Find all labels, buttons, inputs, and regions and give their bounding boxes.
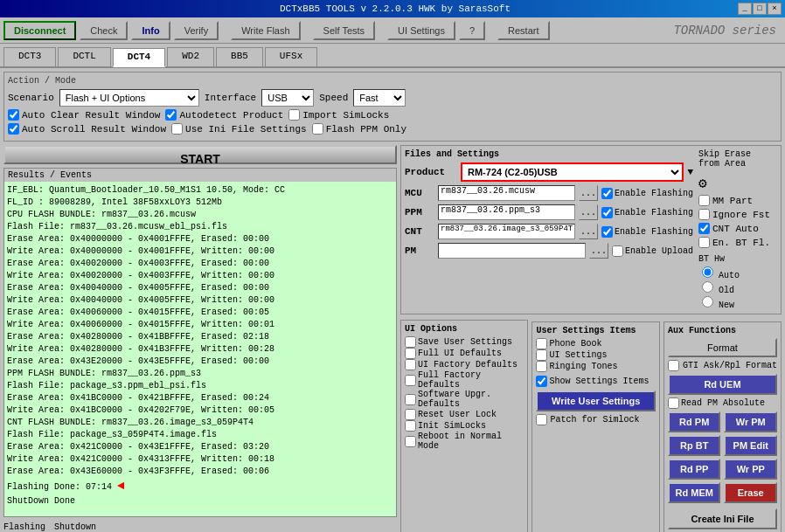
minimize-button[interactable]: _ (738, 3, 752, 15)
product-select[interactable]: RM-724 (C2-05)USB (461, 162, 684, 182)
rd-pp-button[interactable]: Rd PP (668, 459, 721, 480)
en-bt-fl-check[interactable]: En. BT Fl. (698, 237, 777, 248)
opt-save-user[interactable]: Save User Settings (405, 336, 524, 348)
tab-dct4[interactable]: DCT4 (113, 48, 165, 67)
checkbox-autodetect[interactable]: Autodetect Product (165, 109, 283, 121)
maximize-button[interactable]: □ (753, 3, 767, 15)
mcu-browse[interactable]: ... (579, 185, 598, 201)
patch-for-simlock[interactable]: Patch for Simlock (536, 414, 655, 425)
result-line: Write Area: 0x40280000 - 0x41B3FFFE, Wri… (7, 343, 393, 356)
cnt-browse[interactable]: ... (579, 224, 598, 239)
tab-bb5[interactable]: BB5 (216, 47, 263, 66)
tab-dctl[interactable]: DCTL (58, 47, 110, 66)
result-line: Write Area: 0x40040000 - 0x4005FFFE, Wri… (7, 294, 393, 307)
ppm-enable-flash[interactable]: Enable Flashing (601, 207, 693, 218)
cnt-row: CNT rm837__03.26.image_s3_059P4T ... Ena… (405, 224, 693, 239)
checkbox-auto-scroll[interactable]: Auto Scroll Result Window (8, 123, 166, 135)
mcu-label: MCU (405, 188, 434, 198)
scenario-row: Scenario Flash + UI Options Interface US… (8, 89, 777, 107)
gti-row[interactable]: GTI Ask/Rpl Format (668, 360, 777, 371)
info-button[interactable]: Info (131, 21, 170, 40)
question-button[interactable]: ? (459, 21, 485, 40)
read-pm-absolute[interactable]: Read PM Absolute (668, 397, 777, 409)
opt-sw-upgr[interactable]: Software Upgr. Defaults (405, 390, 524, 409)
mm-part-check[interactable]: MM Part (698, 195, 777, 206)
ppm-input[interactable]: rm837__03.26.ppm_s3 (438, 204, 575, 220)
result-line: Write Area: 0x41BC0000 - 0x4202F79E, Wri… (7, 404, 393, 417)
opt-reboot-normal[interactable]: Reboot in Normal Mode (405, 432, 524, 451)
opt-ui-factory[interactable]: UI Factory Defaults (405, 359, 524, 370)
rd-pm-wr-pm-row: Rd PM Wr PM (668, 411, 777, 432)
flashing-indicator: Flashing (3, 522, 45, 532)
ignore-fst-check[interactable]: Ignore Fst (698, 209, 777, 220)
us-ui-settings[interactable]: UI Settings (536, 349, 655, 361)
pm-input[interactable] (438, 243, 586, 259)
result-line: Erase Area: 0x421C0000 - 0x43E1FFFE, Era… (7, 441, 393, 453)
cnt-auto-check[interactable]: CNT Auto (698, 223, 777, 234)
pm-enable-flash[interactable]: Enable Upload (612, 245, 693, 257)
wr-pp-button[interactable]: Wr PP (724, 459, 777, 480)
checkbox-auto-clear[interactable]: Auto Clear Result Window (8, 109, 160, 121)
result-line: Flash File: rm837__03.26.mcusw_ebl_psi.f… (7, 221, 393, 233)
mcu-enable-flash[interactable]: Enable Flashing (601, 188, 693, 199)
checkbox-flash-ppm[interactable]: Flash PPM Only (312, 123, 406, 135)
speed-select[interactable]: Fast (353, 89, 406, 107)
bt-hw-options: Auto Old New (698, 266, 777, 310)
wr-pm-button[interactable]: Wr PM (724, 411, 777, 432)
rd-mem-button[interactable]: Rd MEM (668, 482, 721, 503)
opt-full-ui[interactable]: Full UI Defaults (405, 348, 524, 359)
pm-browse[interactable]: ... (589, 243, 608, 259)
opt-init-simlocks[interactable]: Init SimLocks (405, 420, 524, 432)
us-phone-book[interactable]: Phone Book (536, 338, 655, 349)
result-line: Erase Area: 0x40280000 - 0x41BBFFFE, Era… (7, 331, 393, 343)
opt-full-factory[interactable]: Full Factory Defaults (405, 370, 524, 390)
verify-button[interactable]: Verify (174, 21, 219, 40)
result-line: PPM FLASH BUNDLE: rm837__03.26.ppm_s3 (7, 368, 393, 380)
write-flash-button[interactable]: Write Flash (231, 21, 300, 40)
cnt-input[interactable]: rm837__03.26.image_s3_059P4T (438, 224, 575, 239)
erase-button[interactable]: Erase (724, 482, 777, 503)
scenario-select[interactable]: Flash + UI Options (59, 89, 199, 107)
opt-reset-user[interactable]: Reset User Lock (405, 409, 524, 420)
rp-bt-pm-edit-row: Rp BT PM Edit (668, 435, 777, 456)
tab-ufsx[interactable]: UFSx (265, 47, 317, 66)
check-button[interactable]: Check (80, 21, 128, 40)
cnt-enable-flash[interactable]: Enable Flashing (601, 226, 693, 238)
main-content: START Results / Events IF_EBL: Quantum_B… (3, 145, 782, 532)
self-tests-button[interactable]: Self Tests (313, 21, 376, 40)
restart-button[interactable]: Restart (497, 21, 549, 40)
results-content[interactable]: IF_EBL: Quantum_Bootloader_10.50_M1S1 10… (4, 182, 396, 516)
options-row: UI Options Save User Settings Full UI De… (400, 320, 782, 532)
mcu-input[interactable]: rm837__03.26.mcusw (438, 185, 575, 201)
ui-settings-button[interactable]: UI Settings (387, 21, 455, 40)
rd-pm-button[interactable]: Rd PM (668, 411, 721, 432)
checkbox-import-simlocks[interactable]: Import SimLocks (288, 109, 389, 121)
product-dropdown-icon[interactable]: ▼ (687, 167, 693, 177)
result-line: FL_ID : 89008289, Intel 38F58xxLOY3 512M… (7, 197, 393, 209)
ppm-browse[interactable]: ... (579, 204, 598, 220)
brand-text: TORNADO series (673, 24, 776, 38)
result-line: Erase Area: 0x40000000 - 0x4001FFFE, Era… (7, 233, 393, 245)
disconnect-button[interactable]: Disconnect (3, 21, 76, 40)
skip-erase-label: Skip Erasefrom Area (698, 149, 777, 169)
show-settings-items[interactable]: Show Settings Items (536, 376, 655, 387)
interface-select[interactable]: USB (261, 89, 314, 107)
create-ini-button[interactable]: Create Ini File (668, 508, 777, 529)
format-button[interactable]: Format (668, 338, 777, 357)
pm-row: PM ... Enable Upload (405, 243, 693, 259)
write-user-settings-button[interactable]: Write User Settings (536, 390, 655, 411)
close-button[interactable]: × (768, 3, 782, 15)
us-ringing-tones[interactable]: Ringing Tones (536, 361, 655, 372)
toolbar: Disconnect Check Info Verify Write Flash… (0, 17, 785, 44)
start-button[interactable]: START (3, 145, 397, 164)
action-mode-title: Action / Mode (8, 76, 777, 86)
pm-edit-button[interactable]: PM Edit (724, 435, 777, 456)
tab-wd2[interactable]: WD2 (167, 47, 214, 66)
title-controls[interactable]: _ □ × (738, 3, 782, 15)
rd-uem-button[interactable]: Rd UEM (668, 374, 777, 395)
right-panel: Files and Settings Product RM-724 (C2-05… (400, 145, 782, 532)
checkbox-use-ini[interactable]: Use Ini File Settings (171, 123, 307, 135)
files-left: Files and Settings Product RM-724 (C2-05… (405, 149, 693, 310)
tab-dct3[interactable]: DCT3 (3, 47, 56, 66)
rp-bt-button[interactable]: Rp BT (668, 435, 721, 456)
